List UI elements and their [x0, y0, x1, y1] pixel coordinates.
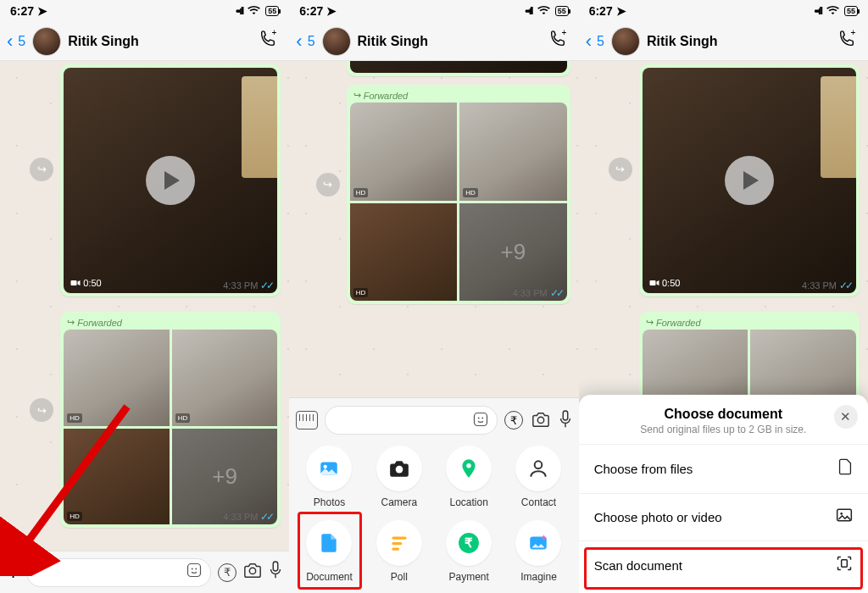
back-button[interactable]: ‹: [586, 30, 592, 53]
call-button[interactable]: +: [253, 30, 282, 53]
chat-header: ‹ 5 Ritik Singh +: [0, 22, 289, 61]
svg-rect-29: [842, 560, 848, 567]
svg-point-11: [481, 417, 483, 418]
video-message[interactable]: [347, 61, 570, 76]
video-message[interactable]: 0:50 4:33 PM✓✓ ↪: [639, 64, 860, 296]
screenshot-2: 6:27 ➤ ••ıll 55 ‹ 5 Ritik Singh + ↪ Forw…: [289, 0, 578, 593]
forwarded-label: ↪ Forwarded: [350, 88, 567, 103]
message-input[interactable]: [26, 558, 211, 587]
play-icon[interactable]: [146, 156, 195, 205]
location-arrow-icon: ➤: [326, 4, 337, 18]
screenshot-1: 6:27 ➤ ••ıll 55 ‹ 5 Ritik Singh +: [0, 0, 289, 593]
location-arrow-icon: ➤: [616, 4, 626, 18]
status-bar: 6:27 ➤ ••ıll 55: [579, 0, 868, 22]
status-bar: 6:27 ➤ ••ıll 55: [289, 0, 578, 22]
chat-name[interactable]: Ritik Singh: [68, 34, 247, 49]
attachment-sheet: ₹ Photos Camera Location Contact: [289, 397, 578, 593]
battery-icon: 55: [265, 6, 279, 16]
attach-button[interactable]: +: [7, 559, 19, 585]
document-sheet: Choose document Send original files up t…: [579, 395, 868, 593]
attach-poll[interactable]: Poll: [364, 520, 434, 583]
avatar[interactable]: [322, 27, 351, 56]
message-time: 4:33 PM✓✓: [223, 511, 272, 523]
svg-point-18: [535, 461, 542, 468]
wifi-icon: [537, 5, 550, 18]
svg-rect-2: [188, 564, 201, 577]
battery-icon: 55: [555, 6, 569, 16]
attach-camera[interactable]: Camera: [364, 446, 434, 508]
svg-rect-19: [392, 536, 406, 539]
gallery-thumb[interactable]: HD: [350, 103, 458, 201]
svg-text:+: +: [272, 30, 277, 37]
attach-document[interactable]: Document: [294, 520, 364, 583]
back-button[interactable]: ‹: [7, 30, 13, 53]
svg-rect-9: [474, 413, 487, 425]
svg-rect-26: [649, 280, 655, 285]
attach-payment[interactable]: ₹ Payment: [434, 520, 504, 583]
gallery-thumb[interactable]: HD: [172, 330, 278, 426]
camera-icon[interactable]: [243, 562, 262, 583]
sticker-icon[interactable]: [473, 412, 488, 430]
play-icon[interactable]: [725, 156, 774, 205]
call-button[interactable]: +: [543, 30, 572, 53]
close-button[interactable]: ✕: [834, 405, 858, 429]
sheet-subtitle: Send original files up to 2 GB in size.: [593, 424, 854, 435]
svg-point-28: [840, 513, 843, 515]
svg-text:₹: ₹: [465, 535, 473, 550]
svg-rect-20: [392, 542, 402, 545]
message-input[interactable]: [325, 406, 497, 435]
sticker-icon[interactable]: [186, 563, 202, 582]
more-count: +9: [172, 429, 278, 525]
attach-location[interactable]: Location: [434, 446, 504, 508]
mic-icon[interactable]: [559, 410, 572, 431]
chat-header: ‹ 5 Ritik Singh +: [289, 22, 578, 61]
wifi-icon: [248, 5, 260, 18]
svg-point-10: [478, 417, 480, 418]
gallery-thumb[interactable]: HD: [64, 429, 170, 525]
svg-point-17: [466, 463, 470, 468]
back-count[interactable]: 5: [18, 34, 25, 49]
forward-icon[interactable]: ↪: [609, 158, 632, 181]
rupee-icon[interactable]: ₹: [504, 411, 523, 430]
video-duration: 0:50: [70, 278, 101, 288]
gallery-thumb-more[interactable]: +9: [459, 203, 567, 302]
rupee-icon[interactable]: ₹: [218, 563, 236, 582]
wifi-icon: [826, 5, 839, 18]
forward-icon[interactable]: ↪: [316, 173, 340, 197]
chat-body[interactable]: 0:50 4:33 PM✓✓ ↪ ↪ Forwarded HD HD HD +9…: [0, 61, 289, 551]
attach-contact[interactable]: Contact: [504, 446, 573, 508]
svg-point-4: [196, 568, 198, 570]
forwarded-label: ↪ Forwarded: [64, 315, 277, 330]
svg-rect-1: [71, 280, 77, 285]
forward-icon[interactable]: ↪: [30, 158, 53, 181]
avatar[interactable]: [611, 27, 640, 56]
keyboard-icon[interactable]: [296, 411, 318, 430]
video-message[interactable]: 0:50 4:33 PM✓✓ ↪: [60, 64, 281, 296]
option-scan-document[interactable]: Scan document: [579, 540, 868, 593]
attach-photos[interactable]: Photos: [294, 446, 364, 508]
gallery-thumb[interactable]: HD: [459, 103, 567, 201]
option-choose-files[interactable]: Choose from files: [579, 444, 868, 493]
signal-icon: ••ıll: [815, 5, 821, 17]
signal-icon: ••ıll: [236, 5, 242, 17]
status-time: 6:27: [10, 4, 34, 18]
message-time: 4:33 PM✓✓: [223, 280, 272, 291]
gallery-message[interactable]: ↪ Forwarded HD HD HD +9 4:33 PM✓✓ ↪: [60, 312, 281, 528]
camera-icon[interactable]: [531, 411, 550, 430]
gallery-icon: [836, 507, 853, 527]
mic-icon[interactable]: [269, 561, 282, 584]
attach-imagine[interactable]: Imagine: [504, 520, 573, 583]
svg-rect-21: [392, 547, 399, 550]
gallery-thumb-more[interactable]: +9: [172, 429, 278, 525]
svg-point-3: [192, 568, 193, 570]
call-button[interactable]: +: [832, 30, 861, 53]
gallery-thumb[interactable]: HD: [350, 203, 458, 302]
chat-header: ‹ 5 Ritik Singh +: [579, 22, 868, 61]
back-button[interactable]: ‹: [296, 30, 302, 53]
status-bar: 6:27 ➤ ••ıll 55: [0, 0, 289, 22]
gallery-message[interactable]: ↪ Forwarded HD HD HD +9 4:33 PM✓✓ ↪: [347, 85, 570, 304]
avatar[interactable]: [32, 27, 61, 56]
option-choose-photo-video[interactable]: Choose photo or video: [579, 493, 868, 540]
svg-point-5: [250, 568, 256, 574]
gallery-thumb[interactable]: HD: [64, 330, 170, 426]
